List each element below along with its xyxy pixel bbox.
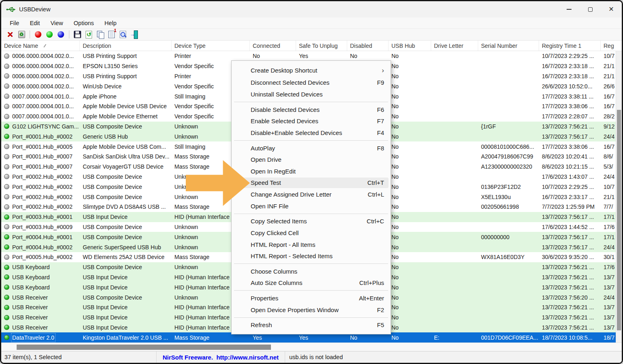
cell-device-name: USB Keyboard (1, 282, 80, 292)
column-header-serial-number[interactable]: Serial Number (478, 41, 539, 51)
minimize-button[interactable] (559, 1, 580, 17)
horizontal-scrollbar-thumb[interactable] (17, 345, 271, 350)
menu-help[interactable]: Help (99, 20, 122, 26)
context-menu-item-html-report-all-items[interactable]: HTML Report - All Items (232, 239, 391, 251)
cell-description: Generic SuperSpeed USB Hub (80, 242, 172, 252)
menu-item-label: AutoPlay (237, 145, 377, 152)
cell-reg: 13/7 (601, 323, 616, 333)
table-row[interactable]: 0006.0000.0004.002.0...USB Printing Supp… (1, 51, 616, 61)
exit-door-icon (130, 30, 139, 39)
column-header-reg[interactable]: Reg (601, 41, 622, 51)
cell-registry-time-1: 17/7/2023 3:38:06 ... (539, 141, 601, 152)
red-x-icon: ✕ (7, 31, 13, 39)
context-menu-item-copy-selected-items[interactable]: Copy Selected ItemsCtrl+C (232, 216, 391, 227)
menu-separator (232, 139, 391, 142)
context-menu-item-properties[interactable]: PropertiesAlt+Enter (232, 292, 391, 304)
refresh-button[interactable] (84, 30, 94, 39)
cell-reg: 24/4 (601, 242, 616, 252)
exit-button[interactable] (129, 30, 139, 39)
device-status-dot-icon (4, 265, 9, 270)
cell-reg: 26/6 (601, 81, 616, 91)
column-header-disabled[interactable]: Disabled (347, 41, 389, 51)
context-menu-item-autoplay[interactable]: AutoPlayF8 (232, 142, 391, 154)
context-menu-item-open-inf-file[interactable]: Open INF File (232, 200, 391, 212)
context-menu-item-uninstall-selected-devices[interactable]: Uninstall Selected Devices (232, 88, 391, 100)
menu-item-shortcut: Ctrl+L (368, 191, 384, 198)
column-header-description[interactable]: Description (80, 41, 172, 51)
context-menu-item-html-report-selected-items[interactable]: HTML Report - Selected Items (232, 250, 391, 262)
context-menu-item-open-drive[interactable]: Open Drive (232, 154, 391, 165)
cell-device-name: Port_#0002.Hub_#0002 (1, 192, 80, 202)
column-header-safe-to-unplug[interactable]: Safe To Unplug (296, 41, 347, 51)
disconnect-device-button[interactable]: ✕ (5, 30, 15, 39)
column-header-device-type[interactable]: Device Type (172, 41, 250, 51)
disable-enable-device-button[interactable] (56, 30, 66, 39)
enable-device-button[interactable] (45, 30, 54, 39)
cell-usb-hub: No (389, 252, 431, 262)
close-button[interactable]: ✕ (601, 1, 622, 17)
device-name: 0007.0000.0004.001.0... (12, 93, 74, 100)
menu-bar: FileEditViewOptionsHelp (1, 17, 622, 29)
column-header-device-name[interactable]: Device Name (1, 41, 80, 51)
menu-item-label: Open Drive (237, 156, 384, 163)
cell-drive-letter (431, 262, 478, 272)
cell-serial-number (478, 61, 539, 71)
menu-item-label: Open INF File (237, 203, 384, 210)
menu-separator (232, 316, 391, 319)
cell-device-name: 0006.0000.0004.002.0... (1, 51, 80, 61)
cell-usb-hub: No (389, 202, 431, 212)
nirsoft-link[interactable]: NirSoft Freeware. http://www.nirsoft.net (163, 354, 279, 361)
context-menu-item-enable-selected-devices[interactable]: Enable Selected DevicesF7 (232, 116, 391, 127)
cell-usb-hub: No (389, 313, 431, 323)
save-button[interactable] (73, 30, 82, 39)
cell-description: USB Composite Device (80, 192, 172, 202)
cell-drive-letter (431, 232, 478, 242)
cell-reg: 21/1 (601, 61, 616, 71)
cell-device-name: Port_#0001.Hub_#0007 (1, 152, 80, 162)
cell-device-name: USB Receiver (1, 292, 80, 302)
cell-drive-letter (431, 111, 478, 122)
context-menu-item-copy-clicked-cell[interactable]: Copy Clicked Cell (232, 227, 391, 239)
vertical-scrollbar-thumb[interactable] (617, 110, 621, 330)
context-menu-item-auto-size-columns[interactable]: Auto Size ColumnsCtrl+Plus (232, 277, 391, 289)
menu-file[interactable]: File (4, 20, 24, 26)
context-menu-item-disconnect-selected-devices[interactable]: Disconnect Selected DevicesF9 (232, 77, 391, 89)
context-menu-item-open-device-properties-window[interactable]: Open Device Properties WindowF2 (232, 304, 391, 316)
context-menu-item-disable-enable-selected-devices[interactable]: Disable+Enable Selected DevicesF4 (232, 127, 391, 139)
cell-serial-number (478, 292, 539, 302)
context-menu-item-change-assigned-drive-letter[interactable]: Change Assigned Drive LetterCtrl+L (232, 188, 391, 200)
device-status-dot-icon (4, 124, 9, 129)
vertical-scrollbar[interactable] (616, 51, 622, 343)
menu-view[interactable]: View (45, 20, 68, 26)
horizontal-scrollbar[interactable] (1, 343, 622, 351)
menu-options[interactable]: Options (69, 20, 99, 26)
context-menu-item-choose-columns[interactable]: Choose Columns (232, 266, 391, 277)
column-header-registry-time-1[interactable]: Registry Time 1 (539, 41, 601, 51)
cell-serial-number: {1rGF (478, 122, 539, 132)
column-header-connected[interactable]: Connected (250, 41, 296, 51)
maximize-button[interactable] (580, 1, 601, 17)
context-menu-item-refresh[interactable]: RefreshF5 (232, 319, 391, 331)
cell-usb-hub: No (389, 323, 431, 333)
column-header-drive-letter[interactable]: Drive Letter (431, 41, 478, 51)
column-label: Description (83, 43, 111, 49)
context-menu-item-disable-selected-devices[interactable]: Disable Selected DevicesF6 (232, 104, 391, 116)
cell-registry-time-1: 16/7/2023 2:33:18 ... (539, 71, 601, 81)
context-menu-item-create-desktop-shortcut[interactable]: Create Desktop Shortcut› (232, 64, 391, 77)
properties-button[interactable] (107, 30, 116, 39)
cell-registry-time-1: 13/7/2023 7:56:21 ... (539, 313, 601, 323)
cell-device-name: 0006.0000.0004.002.0... (1, 71, 80, 81)
cell-usb-hub: No (389, 182, 431, 192)
device-name: 0006.0000.0004.002.0... (12, 63, 74, 69)
context-menu-item-speed-test[interactable]: Speed TestCtrl+T (232, 177, 391, 189)
device-name: Port_#0003.Hub_#0009 (12, 224, 73, 230)
column-header-usb-hub[interactable]: USB Hub (389, 41, 431, 51)
disable-device-button[interactable] (33, 30, 43, 39)
copy-button[interactable] (95, 30, 105, 39)
context-menu-item-open-in-regedit[interactable]: Open In RegEdit (232, 165, 391, 177)
menu-edit[interactable]: Edit (24, 20, 45, 26)
column-label: Device Name (4, 43, 38, 49)
uninstall-device-button[interactable] (17, 30, 26, 39)
find-button[interactable] (118, 30, 128, 39)
cell-usb-hub: No (389, 81, 431, 91)
